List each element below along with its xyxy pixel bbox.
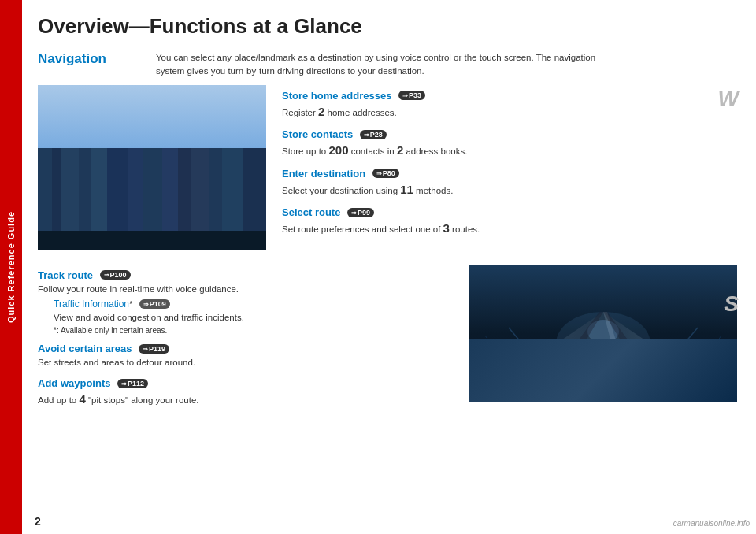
svg-line-34 [674,336,721,402]
watermark: carmanualsonline.info [673,519,750,528]
feature-desc-avoid: Set streets and areas to detour around. [38,356,454,369]
bold-num-2a: 200 [328,143,348,157]
compass-w-label: W [718,87,739,112]
feature-badge-waypoints: P112 [117,379,148,388]
feature-title-track: Track route [38,269,93,281]
feature-badge-3: P80 [372,169,399,178]
traffic-asterisk-note: *: Available only in certain areas. [54,326,454,335]
page-number: 2 [35,515,41,528]
sidebar-label: Quick Reference Guide [6,211,16,323]
feature-desc-2: Store up to 200 contacts in 2 address bo… [282,142,737,160]
feature-title-4: Select route [282,206,340,218]
feature-store-home: Store home addresses P33 Register 2 home… [282,88,737,121]
compass-s-label: S [724,291,739,317]
building-image [38,85,266,250]
feature-title-3: Enter destination [282,168,365,180]
traffic-title: Traffic Information [54,299,129,310]
svg-rect-15 [81,109,83,112]
section-title: Navigation [38,51,106,66]
top-row: Store home addresses P33 Register 2 home… [38,85,737,250]
features-list: Store home addresses P33 Register 2 home… [282,85,737,250]
bold-num-3: 11 [400,183,413,196]
feature-select-route: Select route P99 Set route preferences a… [282,205,737,238]
svg-rect-21 [115,110,118,114]
nav-header-row: Navigation You can select any place/land… [38,51,737,79]
bottom-left-features: Track route P100 Follow your route in re… [38,265,454,415]
nav-description-col: You can select any place/landmark as a d… [156,51,737,79]
feature-desc-4: Set route preferences and select one of … [282,220,737,238]
bold-num-1: 2 [318,105,324,118]
feature-title-waypoints: Add waypoints [38,377,110,389]
main-content: Overview—Functions at a Glance Navigatio… [22,0,756,534]
feature-avoid-areas: Avoid certain areas P119 Set streets and… [38,341,454,369]
feature-track-route: Track route P100 Follow your route in re… [38,268,454,336]
feature-desc-track: Follow your route in real-time with voic… [38,283,454,296]
svg-rect-9 [162,113,180,250]
feature-add-waypoints: Add waypoints P112 Add up to 4 "pit stop… [38,376,454,409]
svg-rect-4 [79,101,93,250]
svg-line-33 [485,336,532,402]
svg-line-32 [635,328,698,402]
feature-title-2: Store contacts [282,128,353,140]
svg-rect-16 [85,109,87,112]
nav-description-line1: You can select any place/landmark as a d… [156,51,737,65]
svg-rect-7 [128,109,144,250]
feature-title-avoid: Avoid certain areas [38,343,132,354]
svg-rect-17 [81,117,83,120]
feature-badge-avoid: P119 [139,344,169,354]
traffic-info-section: Traffic Information* P109 View and avoid… [54,296,454,335]
bold-num-4: 3 [443,221,450,235]
svg-line-31 [509,328,572,402]
nav-description-line2: system gives you turn-by-turn driving di… [156,65,737,78]
svg-rect-18 [109,101,112,105]
nav-label-col: Navigation [38,51,156,79]
feature-store-contacts: Store contacts P28 Store up to 200 conta… [282,127,737,160]
bold-num-waypoints: 4 [79,392,85,406]
feature-badge-1: P33 [398,91,425,100]
feature-enter-destination: Enter destination P80 Select your destin… [282,166,737,199]
feature-badge-traffic: P109 [139,299,170,309]
svg-rect-23 [38,231,266,250]
page-title: Overview—Functions at a Glance [38,14,737,39]
bold-num-2b: 2 [397,143,403,157]
bottom-row: Track route P100 Follow your route in re… [38,265,737,415]
feature-badge-2: P28 [360,130,387,139]
feature-desc-1: Register 2 home addresses. [282,103,737,121]
svg-rect-20 [109,110,112,114]
feature-badge-4: P99 [347,208,374,217]
road-image [469,265,737,402]
feature-badge-track: P100 [100,270,131,280]
feature-desc-3: Select your destination using 11 methods… [282,181,737,199]
feature-desc-waypoints: Add up to 4 "pit stops" along your route… [38,391,454,409]
feature-title-1: Store home addresses [282,90,391,102]
feature-desc-traffic: View and avoid congestion and traffic in… [54,311,454,324]
svg-rect-3 [61,117,81,250]
sidebar: Quick Reference Guide [0,0,22,534]
svg-rect-19 [115,101,118,105]
svg-rect-22 [109,120,112,124]
svg-rect-6 [107,93,131,250]
